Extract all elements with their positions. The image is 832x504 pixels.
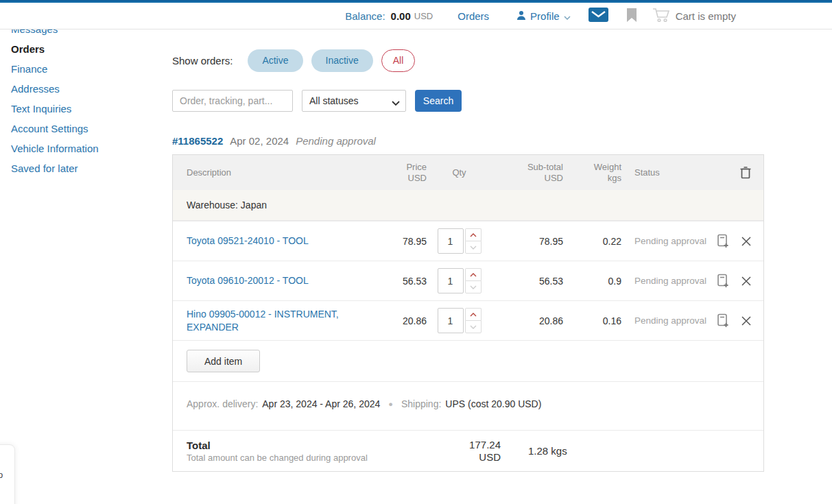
delivery-label: Approx. delivery: [187,398,258,409]
delete-all-icon[interactable] [740,166,751,179]
quantity-input[interactable] [438,268,464,293]
total-label: Total [187,440,453,451]
show-orders-filter: Show orders: Active Inactive All [172,49,764,72]
add-note-icon[interactable] [717,313,730,328]
balance-group: Balance: 0.00 USD [345,10,433,22]
item-price: 56.53 [379,276,427,287]
filter-active-button[interactable]: Active [248,49,302,72]
status-select-wrap: All statuses [302,90,406,112]
item-weight: 0.16 [563,315,621,326]
sidebar-item-finance[interactable]: Finance [11,59,162,79]
status-select[interactable]: All statuses [302,90,406,112]
mail-icon [589,8,608,24]
cart-icon [652,8,670,25]
remove-item-icon[interactable] [741,237,751,246]
warehouse-label: Warehouse: Japan [187,200,267,211]
order-item-row: Hino 09905-00012 - INSTRUMENT, EXPANDER … [173,300,763,340]
top-accent-strip [0,0,832,3]
corner-popup-text: o [0,470,3,480]
delivery-value: Apr 23, 2024 - Apr 26, 2024 [262,398,380,409]
search-input[interactable] [172,90,293,112]
item-link[interactable]: Hino 09905-00012 - INSTRUMENT, EXPANDER [187,308,379,334]
add-item-row: Add item [173,340,763,381]
sidebar-item-orders[interactable]: Orders [11,39,162,59]
qty-increase-button[interactable] [465,308,482,320]
col-price: PriceUSD [379,162,427,184]
quantity-input[interactable] [438,228,464,254]
main-content: Show orders: Active Inactive All All sta… [172,29,764,472]
remove-item-icon[interactable] [741,276,751,286]
sidebar-item-vehicle-information[interactable]: Vehicle Information [11,139,162,158]
chevron-down-icon [564,10,571,22]
sidebar: Messages Orders Finance Addresses Text I… [11,19,162,178]
order-card: Description PriceUSD Qty Sub-totalUSD We… [172,154,764,472]
order-item-row: Toyota 09610-20012 - TOOL 56.53 56.53 0.… [173,261,763,300]
table-header: Description PriceUSD Qty Sub-totalUSD We… [173,155,763,190]
item-status: Pending approval [621,276,710,286]
sidebar-item-text-inquiries[interactable]: Text Inquiries [11,99,162,119]
qty-decrease-button[interactable] [465,320,482,333]
profile-menu[interactable]: Profile [516,10,571,22]
search-button[interactable]: Search [415,90,462,112]
topbar: Balance: 0.00 USD Orders Profile Cart is… [0,3,832,29]
show-orders-label: Show orders: [172,55,233,67]
sidebar-item-account-settings[interactable]: Account Settings [11,119,162,139]
item-price: 20.86 [379,315,427,326]
total-amount: 177.24 USD [453,439,501,464]
qty-decrease-button[interactable] [465,241,482,254]
item-price: 78.95 [379,236,427,247]
saved-button[interactable] [626,8,637,24]
add-item-button[interactable]: Add item [187,350,260,372]
item-link[interactable]: Toyota 09521-24010 - TOOL [187,235,318,248]
quantity-stepper [438,228,482,254]
filter-all-button[interactable]: All [381,49,416,72]
sidebar-item-addresses[interactable]: Addresses [11,79,162,99]
cart-status: Cart is empty [676,10,736,22]
messages-button[interactable] [589,8,608,24]
add-note-icon[interactable] [717,234,730,249]
orders-link[interactable]: Orders [457,10,489,22]
search-row: All statuses Search [172,90,764,112]
warehouse-row: Warehouse: Japan [173,190,763,221]
item-subtotal: 78.95 [492,236,563,247]
filter-inactive-button[interactable]: Inactive [311,49,373,72]
item-status: Pending approval [621,315,710,326]
qty-decrease-button[interactable] [465,280,482,293]
order-date: Apr 02, 2024 [230,135,289,147]
order-number[interactable]: #11865522 [172,135,223,147]
item-subtotal: 56.53 [492,276,563,287]
delivery-row: Approx. delivery: Apr 23, 2024 - Apr 26,… [173,381,763,430]
quantity-stepper [438,268,482,293]
item-link[interactable]: Toyota 09610-20012 - TOOL [187,274,318,287]
qty-increase-button[interactable] [465,268,482,280]
order-header: #11865522 Apr 02, 2024 Pending approval [172,135,764,147]
col-qty: Qty [427,167,492,178]
shipping-value: UPS (cost 20.90 USD) [445,398,541,409]
shipping-label: Shipping: [401,398,441,409]
balance-label: Balance: [345,10,385,22]
dot-separator: ● [388,400,393,408]
col-description: Description [187,167,379,178]
bookmark-icon [626,8,637,24]
total-row: Total Total amount can be changed during… [173,430,763,471]
item-weight: 0.22 [563,236,621,247]
item-weight: 0.9 [563,276,621,287]
qty-increase-button[interactable] [465,228,482,241]
balance-value: 0.00 [391,10,411,22]
person-icon [516,10,526,22]
add-note-icon[interactable] [717,274,730,289]
corner-popup[interactable]: o [0,444,15,504]
quantity-input[interactable] [438,308,464,333]
item-status: Pending approval [621,236,710,246]
item-subtotal: 20.86 [492,315,563,326]
col-weight: Weightkgs [563,162,621,184]
col-subtotal: Sub-totalUSD [492,162,563,184]
total-note: Total amount can be changed during appro… [187,453,453,463]
remove-item-icon[interactable] [741,316,751,326]
cart-group[interactable]: Cart is empty [652,8,736,25]
sidebar-item-saved-for-later[interactable]: Saved for later [11,158,162,178]
profile-label: Profile [530,10,560,22]
balance-currency: USD [414,11,433,21]
total-weight: 1.28 kgs [528,445,567,457]
quantity-stepper [438,308,482,333]
